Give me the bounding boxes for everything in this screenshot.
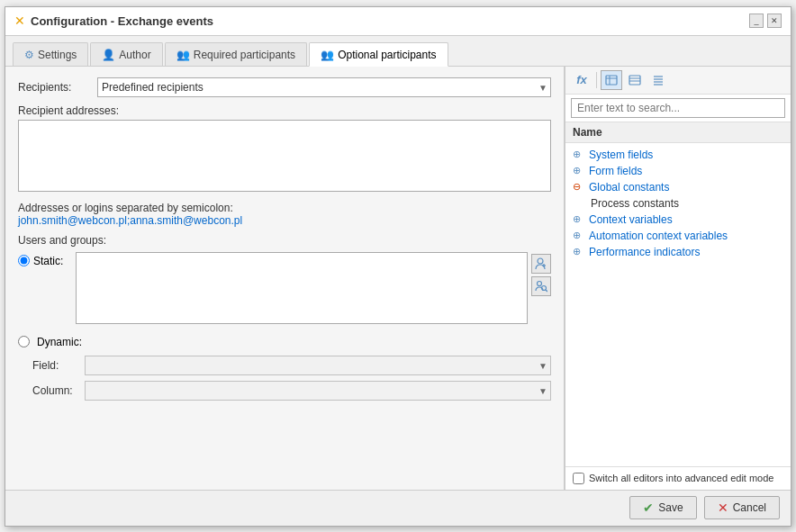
svg-line-5 (546, 290, 547, 292)
static-textarea[interactable] (76, 252, 528, 324)
title-controls: _ ✕ (749, 14, 782, 28)
system-expand-icon: ⊕ (573, 149, 585, 160)
tree-item-process[interactable]: Process constants (565, 195, 791, 212)
tree-item-form[interactable]: ⊕ Form fields (565, 163, 791, 179)
tree-item-automation[interactable]: ⊕ Automation context variables (565, 228, 791, 244)
recipients-row: Recipients: Predefined recipients Dynami… (18, 77, 551, 97)
bottom-bar: ✔ Save ✕ Cancel (5, 490, 791, 526)
users-groups-section: Users and groups: Static: (18, 234, 551, 401)
tab-author-label: Author (119, 49, 150, 61)
dialog: ✕ Configuration - Exchange events _ ✕ ⚙ … (5, 6, 791, 527)
minimize-button[interactable]: _ (749, 14, 764, 28)
context-label: Context variables (589, 213, 673, 226)
table-icon (629, 75, 641, 86)
values-icon (605, 75, 618, 86)
table-button[interactable] (624, 70, 646, 90)
save-label: Save (658, 501, 683, 514)
right-toolbar: fx (565, 67, 791, 95)
add-user-button[interactable] (531, 254, 551, 274)
tab-required-label: Required participants (194, 49, 295, 61)
form-expand-icon: ⊕ (573, 165, 585, 176)
email-example[interactable]: john.smith@webcon.pl;anna.smith@webcon.p… (18, 214, 242, 227)
cancel-label: Cancel (733, 501, 766, 514)
title-bar: ✕ Configuration - Exchange events _ ✕ (5, 7, 791, 36)
left-panel: Recipients: Predefined recipients Dynami… (5, 67, 565, 490)
advanced-edit-checkbox[interactable] (573, 473, 584, 484)
performance-label: Performance indicators (589, 246, 700, 258)
list-button[interactable] (647, 70, 669, 90)
dynamic-radio-row: Dynamic: (18, 336, 551, 348)
fx-button[interactable]: fx (571, 70, 592, 90)
automation-label: Automation context variables (589, 230, 728, 242)
save-button[interactable]: ✔ Save (629, 496, 696, 519)
dynamic-radio[interactable] (18, 336, 30, 347)
tab-optional-label: Optional participants (338, 49, 436, 61)
users-groups-label: Users and groups: (18, 234, 551, 247)
field-row-dynamic: Field: ▼ (32, 356, 551, 375)
required-icon: 👥 (176, 49, 190, 61)
search-box (565, 95, 791, 122)
static-textarea-wrapper (76, 252, 528, 327)
column-select-wrapper: ▼ (85, 381, 551, 401)
global-expand-icon: ⊖ (573, 181, 585, 193)
tab-required[interactable]: 👥 Required participants (165, 42, 307, 66)
dialog-title: Configuration - Exchange events (31, 14, 213, 28)
dynamic-label: Dynamic: (37, 336, 82, 348)
form-label: Form fields (589, 165, 642, 177)
svg-rect-9 (629, 76, 640, 85)
main-content: Recipients: Predefined recipients Dynami… (5, 67, 791, 490)
advanced-edit-label[interactable]: Switch all editors into advanced edit mo… (573, 473, 773, 484)
static-radio[interactable] (18, 255, 30, 266)
settings-icon: ⚙ (24, 49, 34, 61)
svg-point-3 (538, 281, 542, 285)
cancel-button[interactable]: ✕ Cancel (704, 496, 780, 519)
recipients-select[interactable]: Predefined recipients Dynamic (97, 77, 551, 97)
global-label: Global constants (589, 181, 669, 194)
right-panel: fx (565, 67, 791, 490)
context-expand-icon: ⊕ (573, 213, 585, 225)
list-icon (652, 75, 665, 86)
search-input[interactable] (571, 98, 785, 118)
recipient-addresses-textarea[interactable] (18, 120, 551, 192)
column-row-dynamic: Column: ▼ (32, 381, 551, 401)
field-label: Field: (32, 359, 77, 372)
browse-user-button[interactable] (531, 276, 551, 296)
tree-item-system[interactable]: ⊕ System fields (565, 147, 791, 163)
tab-author[interactable]: 👤 Author (90, 42, 162, 66)
values-button[interactable] (601, 70, 622, 90)
tree-panel: ⊕ System fields ⊕ Form fields ⊖ Global c… (565, 143, 791, 466)
recipient-addresses-label: Recipient addresses: (18, 104, 551, 117)
tree-item-performance[interactable]: ⊕ Performance indicators (565, 244, 791, 260)
tabs-bar: ⚙ Settings 👤 Author 👥 Required participa… (5, 36, 791, 67)
automation-expand-icon: ⊕ (573, 230, 585, 241)
recipient-addresses-section: Recipient addresses: (18, 104, 551, 194)
hint-text: Addresses or logins separated by semicol… (18, 202, 551, 214)
title-bar-left: ✕ Configuration - Exchange events (14, 14, 213, 28)
column-select[interactable] (85, 381, 551, 401)
save-icon: ✔ (643, 500, 654, 515)
recipients-label: Recipients: (18, 81, 90, 94)
dynamic-group: Dynamic: Field: ▼ Col (18, 336, 551, 401)
add-user-icon (535, 257, 547, 270)
static-label: Static: (33, 255, 63, 267)
author-icon: 👤 (102, 49, 115, 61)
tree-item-context[interactable]: ⊕ Context variables (565, 212, 791, 228)
static-group: Static: (18, 252, 551, 327)
field-select[interactable] (85, 356, 551, 375)
hint-section: Addresses or logins separated by semicol… (18, 202, 551, 227)
close-button[interactable]: ✕ (767, 14, 782, 28)
optional-icon: 👥 (321, 49, 334, 61)
toolbar-separator-1 (596, 72, 597, 88)
svg-point-0 (538, 258, 543, 264)
tab-settings-label: Settings (38, 49, 77, 61)
field-select-wrapper: ▼ (85, 356, 551, 375)
user-icon-buttons (531, 252, 551, 296)
column-label: Column: (32, 384, 77, 397)
static-label-group: Static: (18, 252, 72, 267)
process-label: Process constants (591, 197, 679, 210)
right-footer: Switch all editors into advanced edit mo… (565, 466, 791, 490)
tree-item-global[interactable]: ⊖ Global constants (565, 179, 791, 195)
advanced-edit-text: Switch all editors into advanced edit mo… (589, 473, 773, 483)
tab-settings[interactable]: ⚙ Settings (13, 42, 88, 66)
tab-optional[interactable]: 👥 Optional participants (309, 42, 448, 67)
